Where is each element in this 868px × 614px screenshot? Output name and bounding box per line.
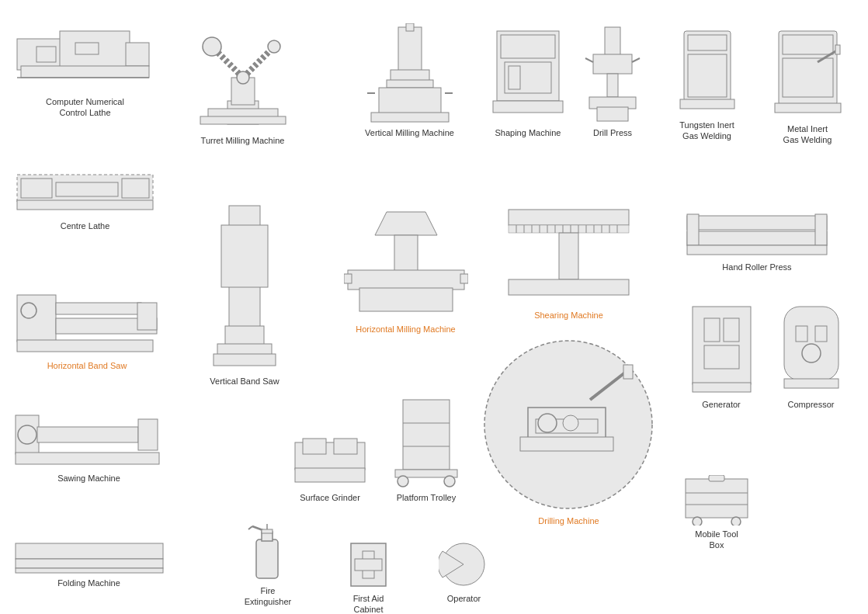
item-mig-welding: Metal Inert Gas Welding <box>765 23 850 146</box>
item-tig-welding: Tungsten Inert Gas Welding <box>666 23 748 142</box>
svg-rect-45 <box>775 103 841 113</box>
svg-rect-3 <box>21 66 149 78</box>
svg-rect-117 <box>623 365 633 379</box>
v-band-saw-label: Vertical Band Saw <box>210 376 279 387</box>
svg-rect-39 <box>680 99 734 109</box>
svg-rect-60 <box>16 453 159 464</box>
svg-point-61 <box>18 425 36 444</box>
svg-rect-135 <box>784 379 838 388</box>
svg-rect-123 <box>687 214 699 245</box>
item-surface-grinder: Surface Grinder <box>287 431 373 503</box>
svg-rect-31 <box>607 74 618 97</box>
svg-rect-4 <box>36 47 56 62</box>
shaping-machine-label: Shaping Machine <box>495 127 561 138</box>
svg-rect-85 <box>359 288 453 311</box>
vertical-milling-label: Vertical Milling Machine <box>365 127 454 138</box>
svg-point-119 <box>563 415 578 431</box>
svg-rect-27 <box>493 101 563 113</box>
sawing-machine-label: Sawing Machine <box>57 473 120 484</box>
folding-machine-label: Folding Machine <box>57 578 120 588</box>
svg-rect-48 <box>56 182 118 196</box>
svg-point-11 <box>237 71 249 84</box>
surface-grinder-label: Surface Grinder <box>300 492 360 503</box>
svg-rect-95 <box>509 210 629 225</box>
svg-point-56 <box>21 303 36 318</box>
svg-rect-121 <box>687 216 827 230</box>
svg-rect-72 <box>334 439 357 454</box>
svg-rect-96 <box>509 225 629 233</box>
svg-point-140 <box>731 517 741 526</box>
svg-rect-64 <box>16 568 163 573</box>
item-fire-extinguisher: Fire Extinguisher <box>221 520 314 608</box>
item-shearing-machine: Shearing Machine <box>501 206 637 321</box>
svg-rect-49 <box>122 179 149 198</box>
svg-rect-50 <box>17 200 153 210</box>
item-h-band-saw: Horizontal Band Saw <box>9 279 165 371</box>
svg-rect-81 <box>394 235 418 274</box>
svg-rect-83 <box>344 274 352 283</box>
svg-marker-80 <box>375 212 437 235</box>
item-mobile-toolbox: Mobile Tool Box <box>678 475 755 551</box>
generator-label: Generator <box>702 399 741 410</box>
item-drill-press: Drill Press <box>578 23 648 138</box>
svg-point-134 <box>802 344 821 363</box>
svg-rect-21 <box>406 23 414 31</box>
svg-rect-42 <box>783 58 833 97</box>
svg-point-13 <box>268 40 280 53</box>
svg-point-12 <box>203 37 221 56</box>
item-generator: Generator <box>679 303 763 410</box>
item-h-milling: Horizontal Milling Machine <box>338 208 474 335</box>
mobile-toolbox-label: Mobile Tool Box <box>695 529 738 551</box>
svg-rect-54 <box>137 303 157 330</box>
diagram-container: Computer Numerical Control Lathe Turret … <box>0 0 868 614</box>
svg-rect-141 <box>709 475 724 481</box>
svg-rect-130 <box>693 383 751 392</box>
svg-rect-5 <box>75 43 99 54</box>
svg-rect-94 <box>355 559 382 571</box>
svg-rect-28 <box>509 66 520 89</box>
platform-trolley-label: Platform Trolley <box>397 492 456 503</box>
drilling-machine-label: Drilling Machine <box>538 515 599 526</box>
svg-rect-82 <box>348 270 464 290</box>
svg-rect-20 <box>371 113 449 122</box>
svg-rect-55 <box>17 340 153 352</box>
svg-rect-69 <box>214 354 276 366</box>
svg-rect-66 <box>221 225 268 287</box>
item-cnc-lathe: Computer Numerical Control Lathe <box>9 23 161 119</box>
item-first-aid: First Aid Cabinet <box>339 539 398 614</box>
svg-rect-52 <box>56 303 141 314</box>
svg-rect-15 <box>200 116 286 124</box>
svg-rect-129 <box>704 345 739 369</box>
item-sawing-machine: Sawing Machine <box>9 408 168 484</box>
centre-lathe-label: Centre Lathe <box>61 220 110 231</box>
svg-rect-112 <box>509 279 629 295</box>
svg-rect-44 <box>835 45 840 54</box>
svg-rect-18 <box>387 80 433 88</box>
svg-rect-136 <box>686 479 748 518</box>
svg-rect-16 <box>398 27 422 74</box>
svg-rect-63 <box>16 559 163 568</box>
svg-rect-29 <box>605 27 620 58</box>
svg-line-77 <box>248 526 252 529</box>
item-centre-lathe: Centre Lathe <box>9 167 161 231</box>
shearing-machine-label: Shearing Machine <box>534 310 603 321</box>
svg-rect-125 <box>687 245 827 255</box>
item-vertical-milling: Vertical Milling Machine <box>353 23 466 138</box>
svg-rect-62 <box>16 543 163 559</box>
item-platform-trolley: Platform Trolley <box>380 396 472 503</box>
svg-rect-2 <box>126 43 149 66</box>
svg-point-90 <box>398 476 408 487</box>
svg-rect-79 <box>262 529 273 533</box>
svg-point-139 <box>693 517 702 526</box>
svg-rect-37 <box>688 35 727 50</box>
fire-ext-label: Fire Extinguisher <box>245 585 292 608</box>
item-operator: Operator <box>431 539 497 604</box>
mig-welding-label: Metal Inert Gas Welding <box>783 123 832 146</box>
svg-rect-33 <box>597 107 628 121</box>
svg-rect-74 <box>256 539 278 578</box>
item-drilling-machine: Drilling Machine <box>477 338 660 526</box>
svg-rect-128 <box>724 318 739 342</box>
svg-rect-58 <box>37 427 138 442</box>
svg-rect-122 <box>687 231 827 245</box>
svg-rect-133 <box>815 326 827 342</box>
